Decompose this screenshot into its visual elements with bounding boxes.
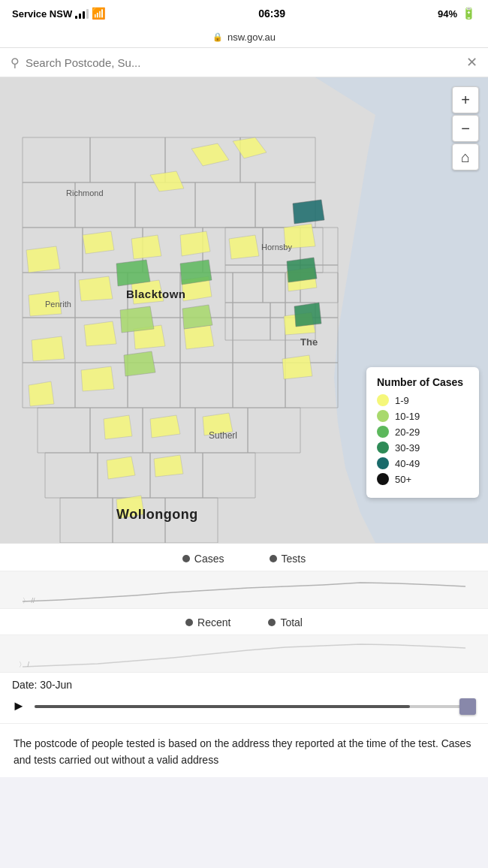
play-button[interactable]: ► — [12, 698, 26, 714]
carrier-label: Service NSW — [12, 8, 72, 20]
penrith-label: Penrith — [45, 300, 71, 309]
status-right: 94% 🔋 — [438, 7, 476, 20]
legend-label-10-19: 10-19 — [395, 411, 420, 422]
svg-marker-64 — [131, 235, 161, 259]
date-row: Date: 30-Jun — [0, 673, 488, 694]
legend-label-50plus: 50+ — [395, 474, 411, 485]
the-label: The — [300, 336, 318, 348]
wollongong-label: Wollongong — [116, 507, 198, 523]
url-label: nsw.gov.au — [227, 32, 276, 43]
sutherland-label: Sutherl — [209, 430, 237, 441]
svg-marker-87 — [294, 303, 321, 327]
svg-marker-62 — [84, 321, 116, 346]
svg-marker-84 — [116, 260, 150, 286]
chart-cases: 〉 // — [0, 571, 488, 609]
toggle-row: Recent Total — [0, 609, 488, 635]
info-text: The postcode of people tested is based o… — [0, 723, 488, 777]
svg-marker-56 — [26, 246, 60, 273]
svg-marker-58 — [32, 336, 65, 361]
legend-item-40-49: 40-49 — [377, 457, 468, 469]
status-bar: Service NSW 📶 06:39 94% 🔋 — [0, 0, 488, 27]
legend-label-30-39: 30-39 — [395, 442, 420, 454]
toggle-recent-label: Recent — [197, 616, 230, 628]
toggle-total-dot — [268, 619, 276, 626]
svg-marker-88 — [293, 200, 324, 224]
legend-dot-20-29 — [377, 426, 389, 438]
svg-marker-70 — [184, 325, 214, 349]
svg-text:〉 //: 〉 // — [23, 597, 35, 604]
map-controls: + − ⌂ — [452, 86, 479, 170]
legend-dot-40-49 — [377, 457, 389, 469]
tab-tests-label: Tests — [282, 553, 306, 565]
svg-marker-83 — [182, 305, 212, 329]
info-paragraph: The postcode of people tested is based o… — [14, 736, 474, 768]
legend-dot-1-9 — [377, 394, 389, 406]
slider-row[interactable]: ► — [0, 694, 488, 723]
bottom-controls: Cases Tests 〉 // Recent Total 〉 / Da — [0, 543, 488, 723]
legend-dot-30-39 — [377, 442, 389, 454]
legend-title: Number of Cases — [377, 376, 468, 388]
svg-marker-75 — [104, 415, 132, 439]
legend-item-30-39: 30-39 — [377, 442, 468, 454]
svg-marker-60 — [83, 231, 114, 254]
zoom-out-button[interactable]: − — [452, 115, 479, 142]
address-bar: 🔒 nsw.gov.au — [0, 27, 488, 48]
svg-text:〉 /: 〉 / — [19, 661, 30, 668]
timeline-slider[interactable] — [35, 705, 476, 708]
svg-marker-74 — [282, 355, 312, 379]
richmond-label: Richmond — [66, 188, 104, 197]
tab-tests-dot — [270, 555, 277, 562]
legend-item-20-29: 20-29 — [377, 426, 468, 438]
svg-marker-78 — [107, 457, 135, 479]
legend-label-40-49: 40-49 — [395, 458, 420, 469]
chart-totals: 〉 / — [0, 635, 488, 673]
hornsby-label: Hornsby — [261, 243, 292, 252]
toggle-total-label: Total — [280, 616, 303, 628]
date-label: Date: 30-Jun — [12, 679, 72, 691]
clear-icon[interactable]: ✕ — [466, 54, 477, 71]
toggle-recent-dot — [185, 619, 193, 626]
legend-item-50plus: 50+ — [377, 473, 468, 485]
home-button[interactable]: ⌂ — [452, 143, 479, 170]
search-icon: ⚲ — [11, 56, 20, 70]
svg-marker-86 — [287, 258, 317, 282]
toggle-recent[interactable]: Recent — [185, 616, 230, 628]
svg-marker-65 — [180, 231, 210, 256]
legend-item-1-9: 1-9 — [377, 394, 468, 406]
signal-icon — [75, 9, 89, 19]
slider-fill — [35, 705, 410, 708]
svg-marker-85 — [180, 260, 212, 285]
wifi-icon: 📶 — [92, 7, 106, 20]
tab-row: Cases Tests — [0, 544, 488, 571]
svg-marker-59 — [29, 381, 54, 406]
tab-tests[interactable]: Tests — [270, 553, 306, 565]
status-left: Service NSW 📶 — [12, 7, 106, 20]
legend-dot-10-19 — [377, 410, 389, 422]
tab-cases[interactable]: Cases — [182, 553, 224, 565]
legend: Number of Cases 1-9 10-19 20-29 30-39 40… — [366, 367, 479, 498]
lock-icon: 🔒 — [212, 32, 223, 42]
legend-label-20-29: 20-29 — [395, 426, 420, 438]
time-label: 06:39 — [258, 8, 285, 20]
zoom-in-button[interactable]: + — [452, 86, 479, 113]
svg-marker-66 — [229, 235, 259, 259]
legend-label-1-9: 1-9 — [395, 395, 409, 406]
toggle-total[interactable]: Total — [268, 616, 303, 628]
legend-dot-50plus — [377, 473, 389, 485]
slider-thumb[interactable] — [459, 698, 476, 715]
svg-marker-63 — [81, 366, 114, 391]
battery-label: 94% — [438, 8, 457, 20]
map-container[interactable]: Richmond Hornsby Penrith Blacktown The S… — [0, 77, 488, 543]
search-bar[interactable]: ⚲ ✕ — [0, 48, 488, 77]
blacktown-label: Blacktown — [126, 288, 186, 300]
svg-marker-61 — [79, 276, 113, 301]
legend-item-10-19: 10-19 — [377, 410, 468, 422]
svg-marker-82 — [124, 351, 155, 376]
svg-marker-81 — [120, 306, 154, 333]
svg-marker-79 — [154, 455, 183, 477]
tab-cases-dot — [182, 555, 190, 562]
svg-marker-76 — [150, 415, 180, 438]
tab-cases-label: Cases — [194, 553, 224, 565]
battery-icon: 🔋 — [462, 7, 476, 20]
search-input[interactable] — [26, 56, 460, 69]
